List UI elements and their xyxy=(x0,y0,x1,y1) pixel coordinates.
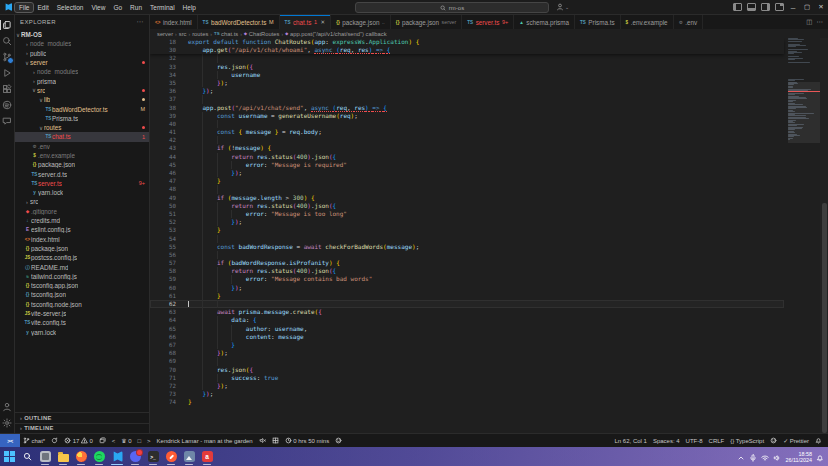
code-line-35[interactable]: 35 }); xyxy=(150,79,784,87)
tree-file-yarn.lock[interactable]: yyarn.lock xyxy=(15,328,149,337)
action-center-icon[interactable] xyxy=(816,448,824,466)
language-mode[interactable]: {}TypeScript xyxy=(727,434,767,447)
tree-folder-node_modules[interactable]: ›node_modules xyxy=(15,67,149,76)
tab-.env[interactable]: ⚙.env xyxy=(674,15,704,29)
code-line-73[interactable]: 73 }); xyxy=(150,390,784,398)
taskbar-clock[interactable]: 18:5826/11/2024 xyxy=(785,451,812,463)
minimize-button[interactable]: ─ xyxy=(786,0,800,14)
toggle-sidebar-icon[interactable] xyxy=(733,3,742,11)
code-line-36[interactable]: 36 }); xyxy=(150,87,784,95)
code-line-40[interactable]: 40 xyxy=(150,120,784,128)
code-line-66[interactable]: 66 content: message xyxy=(150,333,784,341)
code-line-54[interactable]: 54 xyxy=(150,235,784,243)
tree-file-tailwind.config.js[interactable]: ≈tailwind.config.js xyxy=(15,272,149,281)
tree-file-postcss.config.js[interactable]: JSpostcss.config.js xyxy=(15,253,149,262)
now-playing[interactable]: Kendrick Lamar - man at the garden xyxy=(154,434,256,447)
tree-file-README.md[interactable]: ⓘREADME.md xyxy=(15,262,149,271)
code-line-55[interactable]: 55 const badWordResponse = await checkFo… xyxy=(150,243,784,251)
split-editor-icon[interactable]: ◫ xyxy=(806,18,812,26)
menu-terminal[interactable]: Terminal xyxy=(146,3,179,12)
extensions-icon[interactable] xyxy=(2,84,12,94)
tree-file-package.json[interactable]: {}package.json xyxy=(15,244,149,253)
explorer-icon[interactable] xyxy=(2,20,12,30)
tab-schema.prisma[interactable]: ▲schema.prisma xyxy=(514,15,575,29)
code-line-53[interactable]: 53 } xyxy=(150,226,784,234)
taskbar-search[interactable] xyxy=(19,448,35,465)
encoding[interactable]: UTF-8 xyxy=(683,434,706,447)
tab-package.json[interactable]: {}package.jsonserver xyxy=(391,15,462,29)
code-line-47[interactable]: 47 } xyxy=(150,177,784,185)
code-line-71[interactable]: 71 success: true xyxy=(150,374,784,382)
taskbar-task-view[interactable] xyxy=(37,448,53,465)
taskbar-photos[interactable] xyxy=(181,448,197,465)
settings-gear-icon[interactable] xyxy=(2,418,12,428)
taskbar-red-app[interactable]: a xyxy=(199,448,215,465)
tree-file-badWordDetector.ts[interactable]: TSbadWordDetector.tsM xyxy=(15,104,149,113)
more-actions-icon[interactable]: ⋯ xyxy=(817,18,824,26)
editor-scrollbar[interactable] xyxy=(820,38,828,433)
code-line-41[interactable]: 41 const { message } = req.body; xyxy=(150,128,784,136)
search-icon[interactable] xyxy=(2,36,12,46)
tree-folder-public[interactable]: ›public xyxy=(15,49,149,58)
panel-outline[interactable]: ›OUTLINE xyxy=(15,412,149,423)
git-branch[interactable]: chat* xyxy=(20,434,48,447)
code-line-48[interactable]: 48 xyxy=(150,185,784,193)
next-track[interactable]: > xyxy=(144,434,154,447)
code-line-57[interactable]: 57 if (badWordResponse.isProfanity) { xyxy=(150,259,784,267)
tree-folder-routes[interactable]: ∨routes xyxy=(15,123,149,132)
layers-icon[interactable] xyxy=(96,434,109,447)
tree-folder-node_modules[interactable]: ›node_modules xyxy=(15,39,149,48)
code-line-49[interactable]: 49 if (message.length > 300) { xyxy=(150,194,784,202)
code-line-68[interactable]: 68 }); xyxy=(150,349,784,357)
code-line-56[interactable]: 56 xyxy=(150,251,784,259)
breadcrumb-item[interactable]: routes xyxy=(192,31,208,37)
code-line-72[interactable]: 72 }); xyxy=(150,382,784,390)
start-button[interactable] xyxy=(1,448,17,465)
tab-chat.ts[interactable]: TSchat.ts1✕ xyxy=(280,15,332,29)
tab-index.html[interactable]: <>index.html xyxy=(150,15,198,29)
breadcrumb-item[interactable]: ◆app.post("/api/v1/chat/send") callback xyxy=(285,31,387,37)
code-line-38[interactable]: 38 app.post("/api/v1/chat/send", async (… xyxy=(150,104,784,112)
menu-edit[interactable]: Edit xyxy=(33,3,52,12)
code-line-44[interactable]: 44 return res.status(400).json({ xyxy=(150,153,784,161)
eol[interactable]: CRLF xyxy=(706,434,728,447)
code-line-18[interactable]: 18export default function ChatRoutes(app… xyxy=(150,38,784,46)
indentation[interactable]: Spaces: 4 xyxy=(650,434,683,447)
tree-file-chat.ts[interactable]: TSchat.ts1 xyxy=(15,132,149,141)
tree-folder-src[interactable]: ›src xyxy=(15,197,149,206)
tree-file-vite-server.js[interactable]: JSvite-server.js xyxy=(15,309,149,318)
taskbar-vscode[interactable] xyxy=(109,448,125,465)
tree-file-Prisma.ts[interactable]: TSPrisma.ts xyxy=(15,114,149,123)
code-line-33[interactable]: 33 res.json({ xyxy=(150,63,784,71)
tree-file-package.json[interactable]: {}package.json xyxy=(15,160,149,169)
problems[interactable]: 170 xyxy=(61,434,96,447)
tree-file-server.d.ts[interactable]: TSserver.d.ts xyxy=(15,169,149,178)
taskbar-firefox[interactable] xyxy=(73,448,89,465)
breadcrumb-item[interactable]: ◆ChatRoutes xyxy=(244,31,280,37)
code-line-70[interactable]: 70 res.json({ xyxy=(150,366,784,374)
panel-timeline[interactable]: ›TIMELINE xyxy=(15,423,149,434)
crown-count[interactable]: ♛0 xyxy=(118,434,134,447)
code-line-34[interactable]: 34 username xyxy=(150,71,784,79)
code-line-52[interactable]: 52 }); xyxy=(150,218,784,226)
tab-.env.example[interactable]: $.env.example xyxy=(621,15,674,29)
menu-help[interactable]: Help xyxy=(179,3,200,12)
taskbar-spotify[interactable] xyxy=(91,448,107,465)
tree-file-index.html[interactable]: <>index.html xyxy=(15,235,149,244)
code-line-65[interactable]: 65 author: username, xyxy=(150,325,784,333)
code-line-30[interactable]: 30 app.get("/api/v1/chat/whoami", async … xyxy=(150,46,784,54)
feedback-icon[interactable] xyxy=(767,434,780,447)
prev-track[interactable]: < xyxy=(109,434,119,447)
explorer-actions-icon[interactable]: ⋯ xyxy=(137,18,144,26)
command-center-search[interactable]: rm-os xyxy=(355,2,549,13)
customize-layout-icon[interactable] xyxy=(775,3,784,11)
restore-button[interactable]: ▢ xyxy=(800,0,814,14)
wifi-icon[interactable] xyxy=(761,448,769,466)
code-line-39[interactable]: 39 const username = generateUsername(req… xyxy=(150,112,784,120)
code-line-63[interactable]: 63 await prisma.message.create({ xyxy=(150,308,784,316)
tree-folder-lib[interactable]: ∨lib xyxy=(15,95,149,104)
remote-indicator[interactable]: >< xyxy=(0,434,20,447)
menu-view[interactable]: View xyxy=(87,3,109,12)
code-line-42[interactable]: 42 xyxy=(150,136,784,144)
volume-icon[interactable] xyxy=(773,448,781,466)
